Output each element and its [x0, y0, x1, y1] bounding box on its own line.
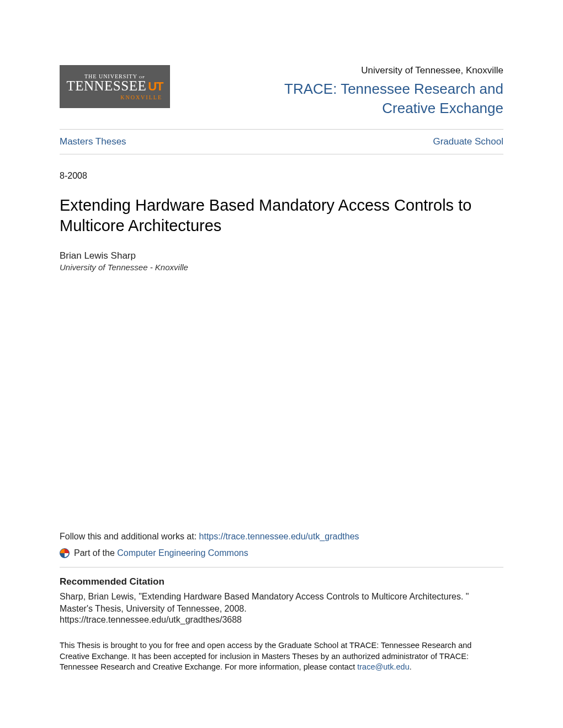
- contact-email-link[interactable]: trace@utk.edu: [357, 662, 410, 671]
- divider: [60, 154, 503, 154]
- logo-line2: TENNESSEE: [66, 78, 146, 94]
- repository-title: TRACE: Tennessee Research and Creative E…: [227, 79, 503, 118]
- divider: [60, 567, 503, 568]
- network-link[interactable]: Computer Engineering Commons: [117, 548, 248, 558]
- header: THE UNIVERSITY of TENNESSEE UT KNOXVILLE…: [60, 65, 503, 118]
- breadcrumb-nav: Masters Theses Graduate School: [60, 130, 503, 154]
- institution-name: University of Tennessee, Knoxville: [227, 65, 503, 76]
- header-right: University of Tennessee, Knoxville TRACE…: [227, 65, 503, 118]
- repository-title-link[interactable]: TRACE: Tennessee Research and Creative E…: [284, 81, 503, 116]
- institution-logo: THE UNIVERSITY of TENNESSEE UT KNOXVILLE: [60, 65, 170, 108]
- logo-ut-mark: UT: [148, 79, 163, 94]
- author-block: Brian Lewis Sharp University of Tennesse…: [60, 250, 503, 272]
- network-prefix: Part of the: [74, 548, 117, 558]
- follow-row: Follow this and additional works at: htt…: [60, 532, 503, 542]
- logo-line3: KNOXVILLE: [120, 94, 162, 100]
- author-name: Brian Lewis Sharp: [60, 250, 503, 261]
- publication-date: 8-2008: [60, 171, 503, 181]
- document-title: Extending Hardware Based Mandatory Acces…: [60, 195, 503, 236]
- author-affiliation: University of Tennessee - Knoxville: [60, 263, 503, 272]
- access-statement: This Thesis is brought to you for free a…: [60, 640, 503, 673]
- network-text: Part of the Computer Engineering Commons: [74, 548, 248, 558]
- network-row: Part of the Computer Engineering Commons: [60, 548, 503, 558]
- footer-text-after: .: [410, 662, 412, 671]
- follow-link[interactable]: https://trace.tennessee.edu/utk_gradthes: [199, 532, 359, 541]
- cover-page: THE UNIVERSITY of TENNESSEE UT KNOXVILLE…: [0, 0, 563, 728]
- citation-text: Sharp, Brian Lewis, "Extending Hardware …: [60, 591, 503, 614]
- lower-block: Follow this and additional works at: htt…: [60, 532, 503, 673]
- citation-heading: Recommended Citation: [60, 576, 503, 587]
- follow-prefix: Follow this and additional works at:: [60, 532, 199, 541]
- collection-link[interactable]: Masters Theses: [60, 136, 126, 147]
- citation-url: https://trace.tennessee.edu/utk_gradthes…: [60, 615, 503, 625]
- graduate-school-link[interactable]: Graduate School: [433, 136, 503, 147]
- network-icon: [60, 548, 70, 558]
- logo-mid: TENNESSEE UT: [66, 78, 163, 94]
